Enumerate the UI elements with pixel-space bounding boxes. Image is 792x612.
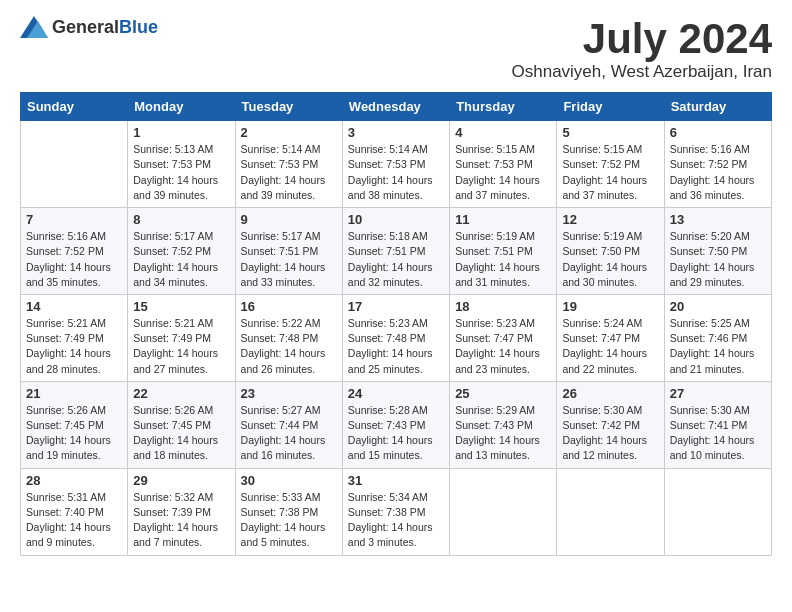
day-cell-7: 7Sunrise: 5:16 AMSunset: 7:52 PMDaylight…	[21, 208, 128, 295]
day-number: 19	[562, 299, 658, 314]
day-cell-19: 19Sunrise: 5:24 AMSunset: 7:47 PMDayligh…	[557, 294, 664, 381]
day-cell-23: 23Sunrise: 5:27 AMSunset: 7:44 PMDayligh…	[235, 381, 342, 468]
day-info: Sunrise: 5:19 AMSunset: 7:51 PMDaylight:…	[455, 229, 551, 290]
day-info: Sunrise: 5:30 AMSunset: 7:41 PMDaylight:…	[670, 403, 766, 464]
header-row: SundayMondayTuesdayWednesdayThursdayFrid…	[21, 93, 772, 121]
day-number: 30	[241, 473, 337, 488]
calendar-table: SundayMondayTuesdayWednesdayThursdayFrid…	[20, 92, 772, 555]
day-cell-17: 17Sunrise: 5:23 AMSunset: 7:48 PMDayligh…	[342, 294, 449, 381]
day-cell-10: 10Sunrise: 5:18 AMSunset: 7:51 PMDayligh…	[342, 208, 449, 295]
logo-text-general: General	[52, 17, 119, 37]
day-info: Sunrise: 5:17 AMSunset: 7:52 PMDaylight:…	[133, 229, 229, 290]
empty-cell	[450, 468, 557, 555]
day-cell-22: 22Sunrise: 5:26 AMSunset: 7:45 PMDayligh…	[128, 381, 235, 468]
day-cell-29: 29Sunrise: 5:32 AMSunset: 7:39 PMDayligh…	[128, 468, 235, 555]
day-cell-20: 20Sunrise: 5:25 AMSunset: 7:46 PMDayligh…	[664, 294, 771, 381]
day-info: Sunrise: 5:31 AMSunset: 7:40 PMDaylight:…	[26, 490, 122, 551]
header-cell-monday: Monday	[128, 93, 235, 121]
header-cell-wednesday: Wednesday	[342, 93, 449, 121]
day-number: 3	[348, 125, 444, 140]
page-header: GeneralBlue July 2024 Oshnaviyeh, West A…	[20, 16, 772, 82]
day-number: 11	[455, 212, 551, 227]
day-info: Sunrise: 5:16 AMSunset: 7:52 PMDaylight:…	[26, 229, 122, 290]
logo-icon	[20, 16, 48, 38]
day-info: Sunrise: 5:19 AMSunset: 7:50 PMDaylight:…	[562, 229, 658, 290]
day-number: 28	[26, 473, 122, 488]
day-info: Sunrise: 5:18 AMSunset: 7:51 PMDaylight:…	[348, 229, 444, 290]
day-number: 9	[241, 212, 337, 227]
week-row-1: 1Sunrise: 5:13 AMSunset: 7:53 PMDaylight…	[21, 121, 772, 208]
day-info: Sunrise: 5:28 AMSunset: 7:43 PMDaylight:…	[348, 403, 444, 464]
week-row-3: 14Sunrise: 5:21 AMSunset: 7:49 PMDayligh…	[21, 294, 772, 381]
day-number: 12	[562, 212, 658, 227]
day-cell-18: 18Sunrise: 5:23 AMSunset: 7:47 PMDayligh…	[450, 294, 557, 381]
day-number: 6	[670, 125, 766, 140]
header-cell-saturday: Saturday	[664, 93, 771, 121]
day-info: Sunrise: 5:23 AMSunset: 7:47 PMDaylight:…	[455, 316, 551, 377]
week-row-4: 21Sunrise: 5:26 AMSunset: 7:45 PMDayligh…	[21, 381, 772, 468]
day-cell-14: 14Sunrise: 5:21 AMSunset: 7:49 PMDayligh…	[21, 294, 128, 381]
day-number: 29	[133, 473, 229, 488]
day-info: Sunrise: 5:26 AMSunset: 7:45 PMDaylight:…	[133, 403, 229, 464]
day-number: 18	[455, 299, 551, 314]
day-cell-28: 28Sunrise: 5:31 AMSunset: 7:40 PMDayligh…	[21, 468, 128, 555]
day-number: 16	[241, 299, 337, 314]
day-cell-15: 15Sunrise: 5:21 AMSunset: 7:49 PMDayligh…	[128, 294, 235, 381]
day-number: 8	[133, 212, 229, 227]
day-info: Sunrise: 5:25 AMSunset: 7:46 PMDaylight:…	[670, 316, 766, 377]
day-cell-11: 11Sunrise: 5:19 AMSunset: 7:51 PMDayligh…	[450, 208, 557, 295]
empty-cell	[21, 121, 128, 208]
day-info: Sunrise: 5:30 AMSunset: 7:42 PMDaylight:…	[562, 403, 658, 464]
day-number: 7	[26, 212, 122, 227]
day-cell-27: 27Sunrise: 5:30 AMSunset: 7:41 PMDayligh…	[664, 381, 771, 468]
day-info: Sunrise: 5:17 AMSunset: 7:51 PMDaylight:…	[241, 229, 337, 290]
day-cell-16: 16Sunrise: 5:22 AMSunset: 7:48 PMDayligh…	[235, 294, 342, 381]
header-cell-sunday: Sunday	[21, 93, 128, 121]
day-cell-9: 9Sunrise: 5:17 AMSunset: 7:51 PMDaylight…	[235, 208, 342, 295]
day-cell-2: 2Sunrise: 5:14 AMSunset: 7:53 PMDaylight…	[235, 121, 342, 208]
day-info: Sunrise: 5:20 AMSunset: 7:50 PMDaylight:…	[670, 229, 766, 290]
header-cell-thursday: Thursday	[450, 93, 557, 121]
day-cell-25: 25Sunrise: 5:29 AMSunset: 7:43 PMDayligh…	[450, 381, 557, 468]
day-number: 14	[26, 299, 122, 314]
day-cell-3: 3Sunrise: 5:14 AMSunset: 7:53 PMDaylight…	[342, 121, 449, 208]
day-info: Sunrise: 5:14 AMSunset: 7:53 PMDaylight:…	[348, 142, 444, 203]
logo: GeneralBlue	[20, 16, 158, 38]
empty-cell	[557, 468, 664, 555]
day-info: Sunrise: 5:21 AMSunset: 7:49 PMDaylight:…	[26, 316, 122, 377]
day-cell-6: 6Sunrise: 5:16 AMSunset: 7:52 PMDaylight…	[664, 121, 771, 208]
day-info: Sunrise: 5:26 AMSunset: 7:45 PMDaylight:…	[26, 403, 122, 464]
day-number: 22	[133, 386, 229, 401]
day-cell-21: 21Sunrise: 5:26 AMSunset: 7:45 PMDayligh…	[21, 381, 128, 468]
day-number: 13	[670, 212, 766, 227]
header-cell-friday: Friday	[557, 93, 664, 121]
logo-text-blue: Blue	[119, 17, 158, 37]
header-cell-tuesday: Tuesday	[235, 93, 342, 121]
day-cell-1: 1Sunrise: 5:13 AMSunset: 7:53 PMDaylight…	[128, 121, 235, 208]
day-number: 24	[348, 386, 444, 401]
day-number: 20	[670, 299, 766, 314]
calendar-header: SundayMondayTuesdayWednesdayThursdayFrid…	[21, 93, 772, 121]
day-cell-24: 24Sunrise: 5:28 AMSunset: 7:43 PMDayligh…	[342, 381, 449, 468]
day-number: 15	[133, 299, 229, 314]
title-area: July 2024 Oshnaviyeh, West Azerbaijan, I…	[512, 16, 773, 82]
calendar-body: 1Sunrise: 5:13 AMSunset: 7:53 PMDaylight…	[21, 121, 772, 555]
day-number: 2	[241, 125, 337, 140]
day-number: 25	[455, 386, 551, 401]
day-number: 21	[26, 386, 122, 401]
day-number: 17	[348, 299, 444, 314]
day-info: Sunrise: 5:15 AMSunset: 7:53 PMDaylight:…	[455, 142, 551, 203]
day-info: Sunrise: 5:24 AMSunset: 7:47 PMDaylight:…	[562, 316, 658, 377]
day-cell-30: 30Sunrise: 5:33 AMSunset: 7:38 PMDayligh…	[235, 468, 342, 555]
day-info: Sunrise: 5:22 AMSunset: 7:48 PMDaylight:…	[241, 316, 337, 377]
day-number: 1	[133, 125, 229, 140]
day-info: Sunrise: 5:29 AMSunset: 7:43 PMDaylight:…	[455, 403, 551, 464]
day-info: Sunrise: 5:23 AMSunset: 7:48 PMDaylight:…	[348, 316, 444, 377]
day-number: 10	[348, 212, 444, 227]
day-number: 31	[348, 473, 444, 488]
day-info: Sunrise: 5:33 AMSunset: 7:38 PMDaylight:…	[241, 490, 337, 551]
week-row-5: 28Sunrise: 5:31 AMSunset: 7:40 PMDayligh…	[21, 468, 772, 555]
day-info: Sunrise: 5:27 AMSunset: 7:44 PMDaylight:…	[241, 403, 337, 464]
day-number: 5	[562, 125, 658, 140]
day-number: 23	[241, 386, 337, 401]
